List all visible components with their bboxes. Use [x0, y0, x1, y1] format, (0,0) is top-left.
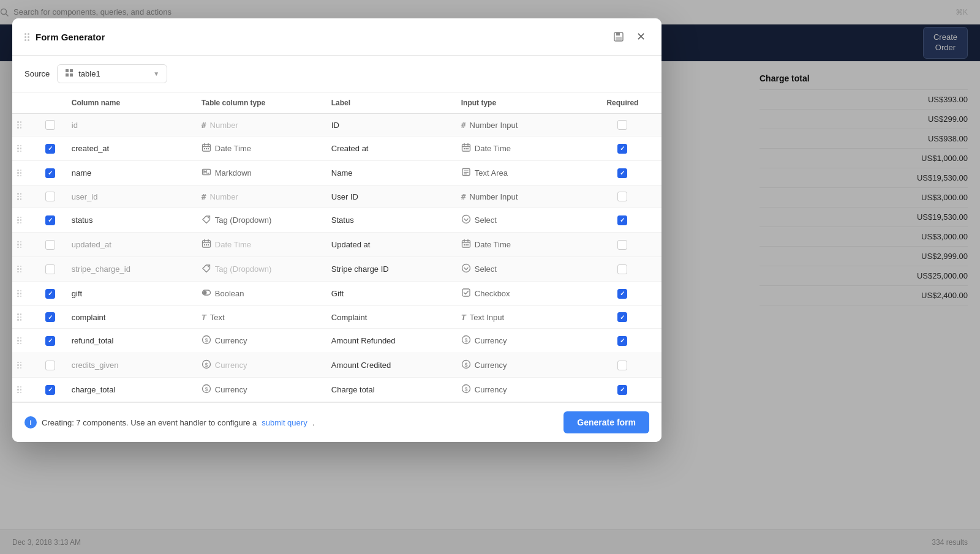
required-checkbox-8[interactable]	[617, 312, 627, 322]
row-drag-handle[interactable]	[12, 233, 38, 257]
th-drag	[12, 92, 38, 114]
required-checkbox-11[interactable]	[617, 385, 627, 395]
svg-rect-13	[204, 148, 205, 149]
field-label: User ID	[331, 192, 358, 201]
row-checkbox-1[interactable]	[45, 144, 55, 154]
row-drag-handle[interactable]	[12, 353, 38, 378]
svg-rect-41	[208, 244, 209, 245]
row-checkbox-0[interactable]	[45, 120, 55, 130]
row-drag-handle[interactable]	[12, 185, 38, 208]
source-select-dropdown[interactable]: table1 ▼	[57, 64, 167, 83]
column-type: Boolean	[215, 289, 244, 298]
required-checkbox-2[interactable]	[617, 168, 627, 178]
input-type-cell: $Currency	[454, 329, 584, 353]
row-drag-handle[interactable]	[12, 282, 38, 306]
close-button[interactable]: ✕	[632, 28, 649, 45]
row-checkbox-5[interactable]	[45, 240, 55, 250]
row-drag-handle[interactable]	[12, 208, 38, 233]
label-cell: Amount Refunded	[324, 329, 454, 353]
svg-rect-53	[462, 289, 470, 296]
bool-icon	[202, 288, 211, 298]
footer-info-suffix: .	[312, 418, 315, 427]
column-name-cell: updated_at	[64, 233, 194, 257]
svg-point-50	[462, 264, 470, 272]
row-checkbox-9[interactable]	[45, 336, 55, 346]
input-type-cell: $Currency	[454, 353, 584, 378]
svg-text:$: $	[205, 337, 208, 343]
input-type: Text Area	[475, 168, 508, 178]
column-type-cell: $Currency	[194, 329, 324, 353]
svg-rect-47	[466, 244, 467, 245]
submit-query-link[interactable]: submit query	[262, 418, 307, 427]
required-checkbox-3[interactable]	[617, 192, 627, 201]
row-checkbox-3[interactable]	[45, 192, 55, 201]
input-type: Text Input	[470, 313, 504, 322]
svg-text:$: $	[464, 337, 467, 343]
row-drag-handle[interactable]	[12, 257, 38, 282]
row-drag-handle[interactable]	[12, 329, 38, 353]
svg-rect-21	[466, 148, 467, 149]
column-name-cell: name	[64, 161, 194, 185]
row-drag-handle[interactable]	[12, 306, 38, 329]
column-name: credits_given	[72, 361, 119, 370]
column-type: Date Time	[215, 144, 251, 153]
column-name: status	[72, 215, 93, 225]
row-checkbox-4[interactable]	[45, 215, 55, 225]
input-type-cell: Text Area	[454, 161, 584, 185]
save-icon-button[interactable]	[610, 28, 627, 45]
label-cell: Updated at	[324, 233, 454, 257]
required-cell	[584, 257, 662, 282]
input-type: Currency	[475, 336, 507, 345]
svg-rect-22	[467, 148, 469, 149]
generate-form-button[interactable]: Generate form	[564, 411, 649, 433]
row-drag-handle[interactable]	[12, 161, 38, 185]
row-checkbox-2[interactable]	[45, 168, 55, 178]
row-drag-handle[interactable]	[12, 378, 38, 402]
field-label: Amount Credited	[331, 361, 391, 370]
required-checkbox-7[interactable]	[617, 289, 627, 299]
required-checkbox-1[interactable]	[617, 144, 627, 154]
required-checkbox-4[interactable]	[617, 215, 627, 225]
row-checkbox-7[interactable]	[45, 289, 55, 299]
hash-icon: #	[461, 121, 466, 130]
column-type-cell: #Number	[194, 114, 324, 137]
column-name: complaint	[72, 313, 106, 322]
required-checkbox-6[interactable]	[617, 264, 627, 274]
input-type: Select	[475, 264, 497, 274]
required-cell	[584, 161, 662, 185]
row-checkbox-10[interactable]	[45, 361, 55, 370]
required-checkbox-0[interactable]	[617, 120, 627, 130]
svg-rect-46	[464, 244, 465, 245]
svg-point-33	[208, 217, 209, 219]
column-type-cell: TText	[194, 306, 324, 329]
field-label: Created at	[331, 144, 369, 153]
required-checkbox-5[interactable]	[617, 240, 627, 250]
row-drag-handle[interactable]	[12, 114, 38, 137]
required-cell	[584, 329, 662, 353]
table-row: complaintTTextComplaintTText Input	[12, 306, 662, 329]
svg-point-49	[208, 266, 209, 268]
column-name-cell: id	[64, 114, 194, 137]
source-row: Source table1 ▼	[12, 56, 662, 92]
column-name-cell: gift	[64, 282, 194, 306]
row-checkbox-8[interactable]	[45, 312, 55, 322]
row-drag-handle[interactable]	[12, 137, 38, 161]
svg-rect-39	[204, 244, 205, 245]
label-cell: ID	[324, 114, 454, 137]
modal-header: Form Generator ✕	[12, 18, 662, 56]
markdown-icon	[202, 167, 211, 177]
column-name: updated_at	[72, 240, 111, 249]
required-checkbox-9[interactable]	[617, 336, 627, 346]
input-type-cell: Date Time	[454, 233, 584, 257]
svg-point-34	[462, 215, 470, 223]
input-type-cell: #Number Input	[454, 114, 584, 137]
row-checkbox-11[interactable]	[45, 385, 55, 395]
required-checkbox-10[interactable]	[617, 361, 627, 370]
column-name: name	[72, 168, 92, 178]
table-row: updated_atDate TimeUpdated atDate Time	[12, 233, 662, 257]
currency-icon: $	[202, 384, 211, 394]
datetime-icon	[461, 239, 471, 249]
row-checkbox-6[interactable]	[45, 264, 55, 274]
input-type: Date Time	[475, 144, 511, 153]
hash-icon: #	[202, 192, 206, 201]
